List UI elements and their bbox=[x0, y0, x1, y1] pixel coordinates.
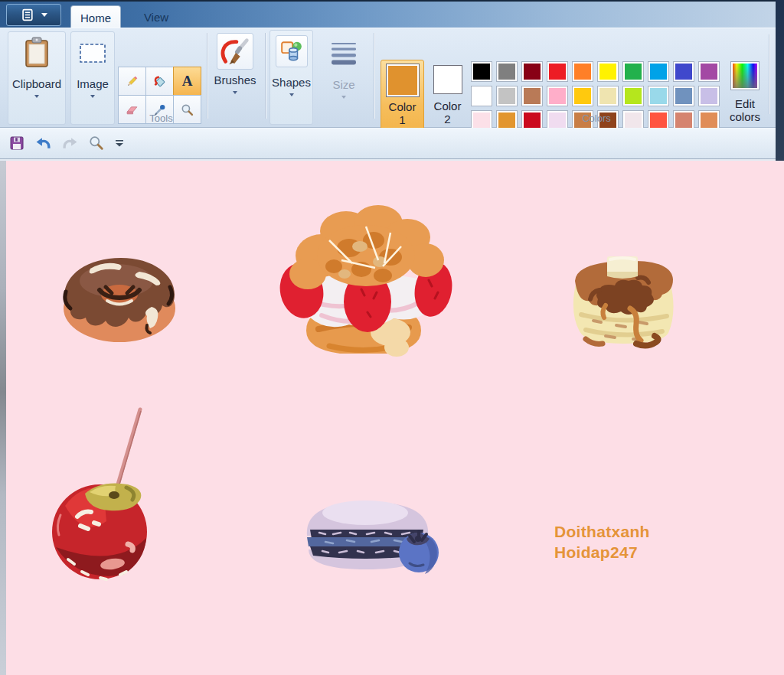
zoom-button[interactable] bbox=[89, 135, 104, 151]
group-separator bbox=[207, 33, 208, 119]
palette-swatch-0[interactable] bbox=[471, 61, 492, 82]
clipboard-dropdown-icon[interactable] bbox=[34, 95, 39, 98]
window-right-border bbox=[776, 0, 784, 161]
line-size-icon bbox=[330, 41, 358, 66]
chevron-down-icon bbox=[41, 13, 47, 17]
paint-menu-icon bbox=[21, 8, 36, 21]
size-group[interactable]: Size bbox=[317, 33, 371, 99]
shapes-group-label: Shapes bbox=[272, 76, 311, 89]
drawing-pancakes-with-butter-and-syrup bbox=[563, 241, 685, 352]
color2-button[interactable]: Color 2 bbox=[426, 60, 469, 136]
application-menu-button[interactable] bbox=[6, 4, 61, 26]
color1-label-line2: 1 bbox=[399, 112, 405, 127]
drawing-candy-apple bbox=[42, 402, 157, 582]
color2-swatch bbox=[433, 65, 462, 94]
palette-swatch-14[interactable] bbox=[572, 86, 593, 106]
edit-colors-icon bbox=[730, 61, 760, 90]
palette-swatch-13[interactable] bbox=[547, 86, 568, 106]
edit-colors-label-line2: colors bbox=[730, 109, 760, 124]
group-separator bbox=[374, 33, 375, 119]
save-button[interactable] bbox=[9, 135, 24, 151]
redo-icon bbox=[62, 136, 78, 151]
save-icon bbox=[9, 135, 24, 151]
palette-swatch-19[interactable] bbox=[698, 86, 720, 106]
customize-toolbar-button[interactable] bbox=[115, 139, 124, 148]
text-icon: A bbox=[182, 73, 193, 90]
palette-swatch-10[interactable] bbox=[471, 86, 492, 106]
watermark-line2: Hoidap247 bbox=[554, 542, 650, 562]
fill-tool-button[interactable] bbox=[145, 67, 174, 96]
palette-swatch-4[interactable] bbox=[572, 61, 593, 82]
select-icon bbox=[79, 43, 106, 64]
palette-swatch-2[interactable] bbox=[521, 61, 543, 82]
color1-swatch bbox=[386, 64, 420, 97]
palette-swatch-1[interactable] bbox=[496, 61, 518, 82]
ribbon: Clipboard Image bbox=[0, 28, 784, 128]
palette-swatch-5[interactable] bbox=[597, 61, 619, 82]
brushes-group[interactable]: Brushes bbox=[210, 33, 260, 94]
shapes-icon bbox=[280, 40, 303, 63]
size-dropdown-icon bbox=[341, 96, 346, 99]
drawing-strawberry-cream-puff bbox=[276, 201, 456, 365]
palette-swatch-3[interactable] bbox=[547, 61, 568, 82]
palette-swatch-17[interactable] bbox=[648, 86, 669, 106]
redo-button[interactable] bbox=[62, 136, 78, 151]
tab-view[interactable]: View bbox=[129, 5, 184, 29]
window-left-border bbox=[0, 161, 6, 675]
clipboard-group-label: Clipboard bbox=[12, 77, 61, 90]
canvas-watermark: Doithatxanh Hoidap247 bbox=[554, 521, 650, 562]
watermark-line1: Doithatxanh bbox=[554, 521, 650, 542]
paint-window: Home View Clipboard I bbox=[0, 0, 784, 675]
drawing-macaron-with-blueberry bbox=[302, 490, 444, 582]
color2-label-line2: 2 bbox=[444, 112, 450, 126]
fill-icon bbox=[153, 75, 166, 88]
group-separator bbox=[265, 33, 266, 119]
palette-swatch-16[interactable] bbox=[622, 86, 644, 106]
brush-icon bbox=[219, 35, 251, 67]
shapes-dropdown-icon[interactable] bbox=[289, 93, 294, 96]
image-dropdown-icon[interactable] bbox=[90, 95, 95, 98]
edit-colors-button[interactable]: Edit colors bbox=[723, 61, 767, 124]
tools-group-label: Tools bbox=[118, 112, 204, 124]
shapes-group[interactable]: Shapes bbox=[270, 30, 313, 125]
palette-swatch-8[interactable] bbox=[673, 61, 694, 82]
palette-swatch-15[interactable] bbox=[597, 86, 619, 106]
drawing-canvas[interactable]: Doithatxanh Hoidap247 bbox=[0, 161, 784, 675]
group-separator bbox=[769, 34, 770, 114]
palette-swatch-12[interactable] bbox=[521, 86, 543, 106]
image-group-label: Image bbox=[77, 77, 109, 90]
drawing-chocolate-donut bbox=[54, 249, 184, 344]
magnifier-icon bbox=[89, 135, 104, 151]
undo-button[interactable] bbox=[35, 136, 51, 151]
text-tool-button[interactable]: A bbox=[173, 67, 201, 96]
tab-row: Home View bbox=[0, 0, 784, 28]
image-group[interactable]: Image bbox=[70, 31, 115, 125]
palette-swatch-11[interactable] bbox=[496, 86, 518, 106]
pencil-tool-button[interactable] bbox=[118, 67, 146, 96]
brushes-dropdown-icon[interactable] bbox=[233, 91, 237, 94]
undo-icon bbox=[35, 136, 51, 151]
size-group-label: Size bbox=[332, 78, 354, 91]
quick-access-toolbar bbox=[0, 128, 784, 159]
brushes-group-label: Brushes bbox=[214, 73, 256, 86]
pencil-icon bbox=[126, 75, 139, 88]
clipboard-group[interactable]: Clipboard bbox=[8, 31, 66, 125]
palette-swatch-18[interactable] bbox=[673, 86, 694, 106]
clipboard-icon bbox=[23, 36, 51, 70]
colors-group-label: Colors bbox=[471, 112, 722, 124]
palette-swatch-9[interactable] bbox=[698, 61, 720, 82]
palette-swatch-6[interactable] bbox=[622, 61, 644, 82]
tab-home[interactable]: Home bbox=[70, 5, 121, 29]
customize-toolbar-icon bbox=[115, 139, 124, 148]
palette-swatch-7[interactable] bbox=[648, 61, 669, 82]
color1-button[interactable]: Color 1 bbox=[381, 60, 424, 136]
